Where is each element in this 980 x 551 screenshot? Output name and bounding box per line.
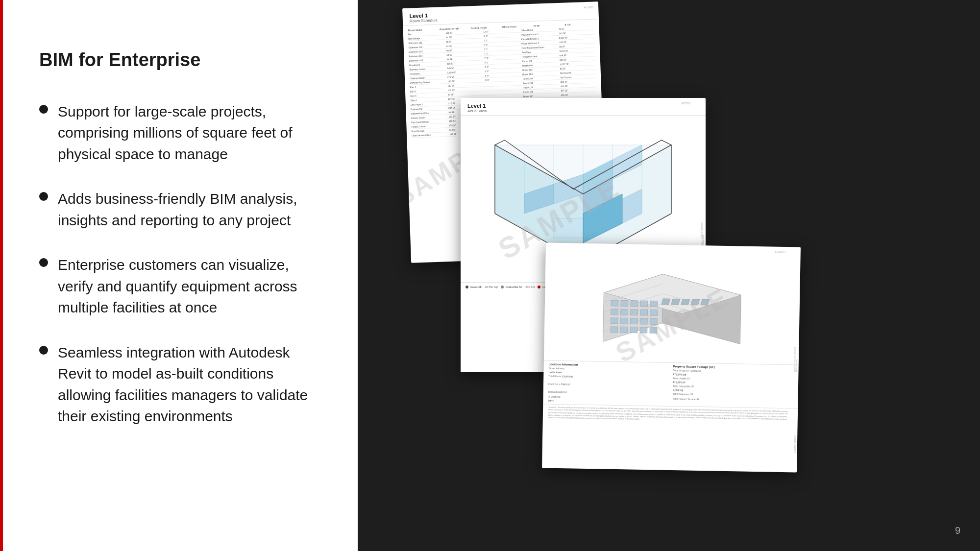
- table-cell: 7' 1": [484, 47, 520, 51]
- table-cell: Not Scored: [560, 75, 596, 79]
- table-cell: 318 SF: [560, 57, 595, 61]
- table-cell: 255 SF: [447, 79, 483, 83]
- table-cell: Fitness Center: [411, 116, 447, 120]
- table-cell: 533 SF: [561, 84, 596, 88]
- svg-rect-41: [630, 327, 637, 333]
- col-room-name: Room Name: [408, 28, 438, 32]
- table-cell: 7' 1": [484, 43, 519, 47]
- table-cell: 250 SF: [447, 61, 483, 65]
- svg-rect-32: [640, 310, 647, 315]
- table-cell: Elev 2: [410, 89, 446, 93]
- col-area2: 70 SF: [533, 24, 563, 27]
- table-cell: Elev 1: [410, 85, 446, 89]
- table-cell: Cooking Station: [410, 76, 445, 80]
- col-area: Area (Interior SF): [439, 26, 468, 30]
- table-cell: Floor Equipment Room: [521, 46, 557, 49]
- card2-title: Level 1: [467, 103, 699, 109]
- table-cell: Reception Desk: [522, 54, 558, 58]
- table-cell: Room 102: [522, 68, 558, 72]
- table-cell: Elev 4: [411, 98, 446, 102]
- svg-rect-28: [650, 301, 658, 307]
- card2-subtitle: Aerial View: [467, 109, 699, 113]
- card3-location-info: Location Information Property Square Foo…: [543, 360, 798, 408]
- table-cell: 7' 3": [484, 56, 520, 60]
- table-cell: [486, 91, 521, 95]
- table-cell: 60 SF: [446, 48, 482, 52]
- stat-gross-dot: [466, 286, 468, 288]
- table-cell: 9' 9": [484, 34, 519, 38]
- table-cell: 107 SF: [447, 83, 483, 87]
- svg-rect-42: [640, 327, 647, 333]
- table-cell: 8' 0": [485, 73, 520, 77]
- table-cell: Room 103: [523, 76, 559, 80]
- card3-exterior-image: SAMPLE: [544, 242, 801, 364]
- svg-rect-43: [650, 327, 657, 333]
- stat-gross: Gross SF 28,350 Sqf: [466, 286, 498, 288]
- table-cell: Breakroom: [409, 63, 445, 67]
- svg-rect-44: [662, 299, 670, 305]
- card-building-exterior: 2/14/2021 Unlicensed Sample & Story View…: [542, 242, 801, 472]
- table-cell: 8' 0": [485, 78, 521, 82]
- table-cell: Room 107: [523, 94, 559, 98]
- col-room2: Office Room: [502, 24, 531, 28]
- table-cell: 38 SF: [559, 44, 595, 48]
- table-cell: Room 105: [523, 85, 559, 89]
- table-cell: Room 106: [523, 90, 559, 94]
- table-cell: 60 SF: [560, 66, 596, 70]
- table-cell: 475 SF: [447, 74, 483, 78]
- table-cell: 41 SF: [446, 35, 482, 39]
- table-cell: 153 SF: [559, 40, 595, 44]
- card2-date: 9/7/2021: [682, 102, 691, 105]
- table-cell: 8' 0": [485, 69, 520, 73]
- table-cell: 350 SF: [561, 79, 596, 83]
- svg-rect-27: [640, 301, 648, 307]
- table-cell: Fitness Center: [411, 124, 447, 128]
- table-cell: Food Service: [412, 129, 447, 133]
- table-cell: 103 SF: [448, 88, 484, 92]
- table-cell: Bathroom 104: [409, 54, 444, 58]
- table-cell: 8' 2": [485, 60, 520, 64]
- stat-deductible-dot: [501, 286, 504, 288]
- table-cell: Bathroom 105: [409, 58, 445, 62]
- svg-rect-40: [620, 327, 628, 333]
- card1-date: 9/1/2021: [584, 6, 594, 9]
- svg-rect-29: [611, 309, 618, 315]
- table-cell: Circulation: [410, 72, 445, 75]
- stat-gross-value: 28,350 Sqf: [485, 286, 498, 288]
- table-cell: 148 SF: [447, 66, 483, 70]
- svg-rect-36: [630, 318, 637, 324]
- col-ceiling2: 8' 12": [564, 23, 594, 26]
- red-accent-bar: [0, 0, 3, 551]
- bullet-item-3: Enterprise customers can visualize, veri…: [39, 254, 323, 318]
- table-cell: 59 SF: [446, 57, 482, 61]
- table-cell: Engineering: [411, 107, 446, 111]
- table-cell: Engineering Office: [411, 111, 446, 115]
- table-cell: 447 SF: [561, 88, 596, 92]
- col-ceiling: Ceiling Height: [470, 25, 500, 29]
- svg-rect-24: [611, 300, 618, 306]
- bullet-text-4: Seamless integration with Autodesk Revit…: [58, 342, 323, 427]
- table-cell: 60 SF: [446, 53, 482, 57]
- slide-title: BIM for Enterprise: [39, 49, 323, 72]
- stat-usable-dot: [538, 286, 540, 288]
- table-cell: Room 101: [522, 59, 558, 63]
- table-cell: 3,027 SF: [560, 62, 595, 66]
- table-cell: 3,181 SF: [559, 48, 595, 52]
- table-cell: Bathroom 103: [409, 49, 444, 53]
- table-cell: 3,319 SF: [447, 70, 483, 74]
- right-panel: Level 1 Room Schedule 9/1/2021 Sample & …: [358, 0, 980, 551]
- exterior-svg: [578, 248, 766, 359]
- table-cell: 1,029 SF: [559, 35, 594, 39]
- bullet-dot-2: [39, 192, 48, 201]
- page-number: 9: [955, 525, 960, 536]
- card2-header: Level 1 Aerial View: [461, 98, 706, 116]
- table-cell: 350 SF: [561, 93, 597, 96]
- table-cell: 94 SF: [448, 92, 484, 96]
- bullet-dot-1: [39, 105, 48, 114]
- table-cell: Bathroom 101: [408, 41, 444, 45]
- table-cell: Bar Storage: [408, 36, 444, 40]
- left-panel: BIM for Enterprise Support for large-sca…: [0, 0, 358, 551]
- table-cell: Not Scored: [560, 71, 596, 74]
- svg-marker-14: [554, 218, 583, 238]
- table-cell: 11' 0": [483, 29, 519, 33]
